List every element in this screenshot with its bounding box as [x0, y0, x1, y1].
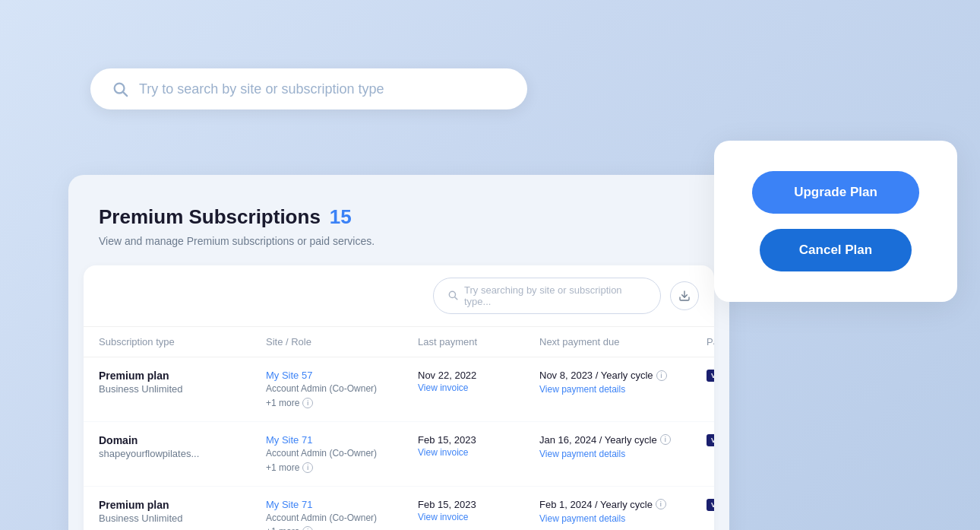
info-icon: i [660, 434, 671, 445]
table-search-icon [447, 290, 458, 303]
svg-point-2 [449, 291, 455, 297]
site-role-cell: My Site 57 Account Admin (Co-Owner) +1 m… [266, 370, 418, 409]
sub-detail: shapeyourflowpilates... [99, 448, 266, 459]
payment-method-cell: VISA ••••2915 [707, 499, 714, 511]
table-row: Premium plan Business Unlimited My Site … [84, 487, 714, 530]
table-search-row: Try searching by site or subscription ty… [84, 265, 714, 327]
payment-date: Feb 15, 2023 [418, 499, 539, 510]
view-payment-link[interactable]: View payment details [539, 513, 707, 524]
header-next-payment: Next payment due [539, 336, 707, 348]
info-icon: i [302, 398, 313, 408]
download-button[interactable] [670, 281, 699, 310]
visa-logo: VISA [707, 499, 714, 511]
search-bar-container: Try to search by site or subscription ty… [90, 68, 527, 109]
more-sites: +1 more i [266, 398, 313, 408]
main-card: Premium Subscriptions 15 View and manage… [68, 175, 729, 530]
sub-name: Domain [99, 434, 266, 446]
search-bar[interactable]: Try to search by site or subscription ty… [90, 68, 527, 109]
payment-date: Nov 22, 2022 [418, 370, 539, 381]
svg-line-3 [455, 297, 457, 299]
svg-line-1 [124, 93, 128, 97]
next-payment-cell: Jan 16, 2024 / Yearly cycle i View payme… [539, 434, 707, 459]
right-panel: Upgrade Plan Cancel Plan [714, 141, 957, 302]
sub-name: Premium plan [99, 499, 266, 511]
subscription-type-cell: Premium plan Business Unlimited [99, 499, 266, 524]
info-icon: i [302, 526, 313, 530]
table-header: Subscription type Site / Role Last payme… [84, 327, 714, 357]
card-header: Premium Subscriptions 15 View and manage… [68, 205, 729, 265]
sub-detail: Business Unlimited [99, 383, 266, 395]
card-subtitle: View and manage Premium subscriptions or… [99, 235, 699, 247]
site-link[interactable]: My Site 71 [266, 434, 418, 446]
sub-detail: Business Unlimited [99, 513, 266, 524]
payment-method-cell: VISA ••••2915 [707, 434, 714, 446]
next-payment-text: Jan 16, 2024 / Yearly cycle i [539, 434, 707, 446]
site-role-cell: My Site 71 Account Admin (Co-Owner) +1 m… [266, 499, 418, 530]
table-search-input[interactable]: Try searching by site or subscription ty… [433, 278, 661, 314]
table-row: Premium plan Business Unlimited My Site … [84, 357, 714, 422]
view-invoice-link[interactable]: View invoice [418, 512, 539, 522]
view-payment-link[interactable]: View payment details [539, 384, 707, 395]
next-payment-text: Nov 8, 2023 / Yearly cycle i [539, 370, 707, 381]
view-payment-link[interactable]: View payment details [539, 449, 707, 459]
header-last-payment: Last payment [418, 336, 539, 348]
subscription-type-cell: Domain shapeyourflowpilates... [99, 434, 266, 459]
card-title: Premium Subscriptions [99, 205, 321, 229]
payment-date: Feb 15, 2023 [418, 434, 539, 446]
table-card: Try searching by site or subscription ty… [84, 265, 714, 530]
header-payment-method: Payment method [707, 336, 714, 348]
info-icon: i [656, 370, 667, 381]
subscription-type-cell: Premium plan Business Unlimited [99, 370, 266, 395]
table-search-placeholder: Try searching by site or subscription ty… [464, 284, 646, 307]
view-invoice-link[interactable]: View invoice [418, 382, 539, 393]
info-icon: i [302, 462, 313, 473]
site-role: Account Admin (Co-Owner) [266, 512, 418, 525]
svg-point-0 [115, 84, 125, 94]
site-link[interactable]: My Site 71 [266, 499, 418, 510]
cancel-plan-button[interactable]: Cancel Plan [760, 229, 912, 271]
last-payment-cell: Feb 15, 2023 View invoice [418, 499, 539, 522]
next-payment-cell: Feb 1, 2024 / Yearly cycle i View paymen… [539, 499, 707, 524]
next-payment-text: Feb 1, 2024 / Yearly cycle i [539, 499, 707, 510]
last-payment-cell: Feb 15, 2023 View invoice [418, 434, 539, 458]
last-payment-cell: Nov 22, 2022 View invoice [418, 370, 539, 393]
info-icon: i [656, 499, 666, 509]
card-title-row: Premium Subscriptions 15 [99, 205, 699, 229]
upgrade-plan-button[interactable]: Upgrade Plan [752, 171, 919, 214]
header-subscription-type: Subscription type [99, 336, 266, 348]
search-icon [112, 81, 128, 97]
site-role: Account Admin (Co-Owner) [266, 382, 418, 395]
view-invoice-link[interactable]: View invoice [418, 447, 539, 458]
site-link[interactable]: My Site 57 [266, 370, 418, 381]
sub-name: Premium plan [99, 370, 266, 382]
more-sites: +1 more i [266, 526, 313, 530]
table-row: Domain shapeyourflowpilates... My Site 7… [84, 422, 714, 487]
card-count: 15 [330, 205, 352, 229]
visa-logo: VISA [707, 434, 714, 446]
next-payment-cell: Nov 8, 2023 / Yearly cycle i View paymen… [539, 370, 707, 395]
payment-method-cell: VISA ••••2915 [707, 370, 714, 382]
more-sites: +1 more i [266, 462, 313, 473]
header-site-role: Site / Role [266, 336, 418, 348]
site-role-cell: My Site 71 Account Admin (Co-Owner) +1 m… [266, 434, 418, 474]
visa-logo: VISA [707, 370, 714, 382]
search-placeholder: Try to search by site or subscription ty… [139, 81, 384, 97]
site-role: Account Admin (Co-Owner) [266, 447, 418, 460]
